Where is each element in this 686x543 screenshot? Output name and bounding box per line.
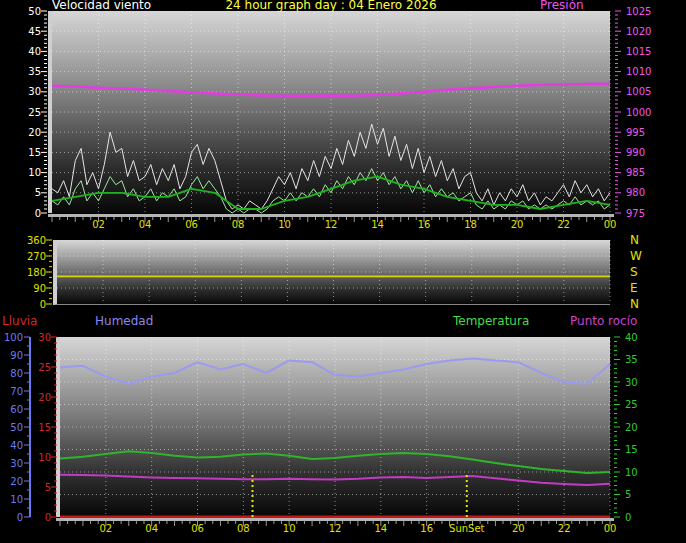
series-punto-rocio-c (60, 475, 610, 485)
x-tick-label: 12 (325, 219, 338, 230)
sun-marker-label: SunSet (449, 523, 485, 534)
x-tick-label: 02 (99, 523, 112, 534)
left-axis-tick-label: 20 (28, 127, 41, 138)
x-tick-label: 20 (511, 219, 524, 230)
right-axis-tick-label: 985 (626, 167, 645, 178)
right-axis-tick-label: 1015 (626, 46, 651, 57)
temp-axis-tick-label: 30 (625, 377, 638, 388)
dir-axis-tick-label: 180 (27, 267, 46, 278)
rain-axis-tick-label: 30 (38, 332, 51, 343)
humidity-axis-tick-label: 20 (10, 476, 23, 487)
x-tick-label: 22 (557, 219, 570, 230)
x-tick-label: 06 (191, 523, 204, 534)
rain-axis-tick-label: 15 (38, 422, 51, 433)
x-tick-label: 10 (283, 523, 296, 534)
weather-24h-graph: Velocidad viento 24 hour graph day : 04 … (0, 0, 686, 543)
left-axis-tick-label: 25 (28, 107, 41, 118)
left-axis-tick-label: 45 (28, 26, 41, 37)
page-title: 24 hour graph day : 04 Enero 2026 (225, 0, 436, 12)
rain-axis-tick-label: 5 (45, 482, 51, 493)
x-tick-label: 18 (464, 219, 477, 230)
dew-point-label: Punto rocío (570, 314, 637, 328)
x-tick-label: 14 (374, 523, 387, 534)
temp-axis-tick-label: 5 (625, 489, 631, 500)
left-axis-tick-label: 30 (28, 86, 41, 97)
left-axis-tick-label: 15 (28, 147, 41, 158)
humidity-axis-tick-label: 0 (17, 512, 23, 523)
left-axis-tick-label: 0 (35, 208, 41, 219)
right-axis-tick-label: 1020 (626, 26, 651, 37)
x-axis-strip (48, 214, 614, 217)
right-axis-tick-label: 1010 (626, 66, 651, 77)
series-racha-viento (52, 124, 610, 209)
humidity-axis-tick-label: 80 (10, 368, 23, 379)
compass-letter: N (630, 233, 639, 247)
temperature-label: Temperatura (453, 314, 529, 328)
x-tick-label: 06 (185, 219, 198, 230)
dir-axis-tick-label: 270 (27, 251, 46, 262)
right-axis-tick-label: 995 (626, 127, 645, 138)
x-tick-label: 02 (92, 219, 105, 230)
x-tick-label: 16 (420, 523, 433, 534)
x-tick-label: 16 (418, 219, 431, 230)
left-axis-tick-label: 5 (35, 187, 41, 198)
rain-axis-tick-label: 10 (38, 452, 51, 463)
humidity-axis-tick-label: 40 (10, 440, 23, 451)
humidity-axis-tick-label: 90 (10, 350, 23, 361)
series-presion-hpa (52, 84, 610, 96)
compass-letter: N (630, 297, 639, 311)
compass-letter: E (630, 281, 638, 295)
graphs-canvas: 0510152025303540455097598098599099510001… (0, 0, 686, 543)
right-axis-tick-label: 980 (626, 187, 645, 198)
x-tick-label: 04 (145, 523, 158, 534)
humidity-axis-tick-label: 10 (10, 494, 23, 505)
left-axis-tick-label: 40 (28, 46, 41, 57)
right-axis-tick-label: 1005 (626, 86, 651, 97)
dir-axis-tick-label: 360 (27, 235, 46, 246)
temp-axis-tick-label: 40 (625, 332, 638, 343)
wind-speed-label: Velocidad viento (52, 0, 151, 12)
temp-axis-tick-label: 35 (625, 354, 638, 365)
right-axis-tick-label: 1025 (626, 6, 651, 17)
left-axis-tick-label: 35 (28, 66, 41, 77)
rain-label: Lluvia (2, 314, 37, 328)
x-tick-label: 00 (604, 523, 617, 534)
temp-axis-tick-label: 20 (625, 422, 638, 433)
right-axis-tick-label: 1000 (626, 107, 651, 118)
right-axis-tick-label: 975 (626, 208, 645, 219)
temp-axis-tick-label: 0 (625, 512, 631, 523)
humidity-axis-tick-label: 30 (10, 458, 23, 469)
compass-letter: W (630, 249, 642, 263)
humidity-axis-tick-label: 60 (10, 404, 23, 415)
rain-axis-tick-label: 25 (38, 362, 51, 373)
right-axis-tick-label: 990 (626, 147, 645, 158)
left-axis-tick-label: 50 (28, 6, 41, 17)
series-humedad-pct (60, 359, 610, 384)
x-tick-label: 08 (232, 219, 245, 230)
humidity-axis-tick-label: 100 (4, 332, 23, 343)
x-tick-label: 12 (329, 523, 342, 534)
x-tick-label: 22 (558, 523, 571, 534)
rain-axis-tick-label: 20 (38, 392, 51, 403)
humidity-label: Humedad (95, 314, 153, 328)
x-tick-label: 00 (604, 219, 617, 230)
x-tick-label: 14 (371, 219, 384, 230)
rain-axis-tick-label: 0 (45, 512, 51, 523)
x-axis-strip (56, 518, 614, 521)
x-tick-label: 10 (278, 219, 291, 230)
humidity-axis-tick-label: 50 (10, 422, 23, 433)
temp-axis-tick-label: 10 (625, 467, 638, 478)
x-tick-label: 20 (512, 523, 525, 534)
temp-axis-tick-label: 25 (625, 399, 638, 410)
dir-axis-tick-label: 0 (40, 299, 46, 310)
x-tick-label: 08 (237, 523, 250, 534)
pressure-label: Presión (540, 0, 584, 12)
left-axis-tick-label: 10 (28, 167, 41, 178)
temp-axis-tick-label: 15 (625, 444, 638, 455)
compass-letter: S (630, 265, 638, 279)
dir-axis-tick-label: 90 (33, 283, 46, 294)
humidity-axis-tick-label: 70 (10, 386, 23, 397)
x-tick-label: 04 (139, 219, 152, 230)
